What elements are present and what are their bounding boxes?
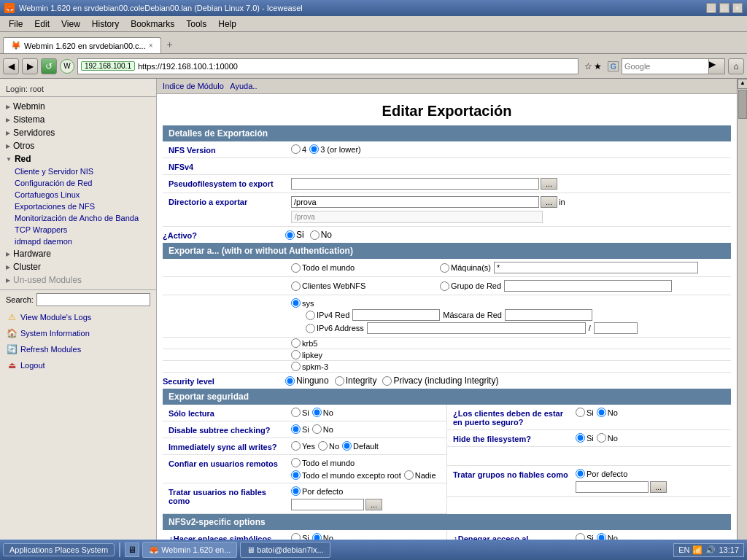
bookmark-star[interactable]: ☆ <box>584 61 592 71</box>
radio-tg-defecto[interactable] <box>576 469 585 478</box>
radio-activo-si-label[interactable]: Si <box>285 230 304 240</box>
search-input[interactable] <box>36 293 150 306</box>
menu-edit[interactable]: Edit <box>28 18 55 31</box>
start-button[interactable]: Applications Places System <box>3 543 115 556</box>
radio-lipkey-label[interactable]: lipkey <box>291 350 322 359</box>
radio-ps-no-label[interactable]: No <box>597 408 618 417</box>
ipv6-input[interactable] <box>367 322 586 334</box>
radio-lipkey[interactable] <box>291 350 301 359</box>
view-modules-logs-action[interactable]: ⚠ View Module's Logs <box>0 309 156 325</box>
radio-spkm3-label[interactable]: spkm-3 <box>291 362 328 371</box>
radio-ps-si-label[interactable]: Si <box>576 408 594 417</box>
radio-conf-excepto[interactable] <box>291 470 301 480</box>
radio-sync-default[interactable] <box>342 441 352 451</box>
maximize-button[interactable]: □ <box>719 3 729 13</box>
sidebar-subitem-nis[interactable]: Cliente y Servidor NIS <box>0 166 156 177</box>
radio-ipv4-label[interactable]: IPv4 Red <box>306 311 349 320</box>
sidebar-item-red[interactable]: ▼ Red <box>0 152 156 166</box>
radio-tu-defecto[interactable] <box>291 486 301 496</box>
taskbar-desktop-icon[interactable]: 🖥 <box>125 542 139 557</box>
radio-sync-default-label[interactable]: Default <box>342 441 379 451</box>
radio-spkm3[interactable] <box>291 362 301 371</box>
radio-sync-no[interactable] <box>318 441 328 451</box>
ip-badge[interactable]: 192.168.100.1 <box>81 61 135 71</box>
radio-privacy[interactable] <box>382 376 392 386</box>
radio-sync-yes-label[interactable]: Yes <box>291 441 315 451</box>
radio-sys-label[interactable]: sys <box>291 298 314 308</box>
sidebar-item-sistema[interactable]: ▶ Sistema <box>0 113 156 126</box>
radio-ps-no[interactable] <box>597 408 606 417</box>
home-button[interactable]: ⌂ <box>728 58 744 74</box>
tab-close-button[interactable]: × <box>149 42 153 50</box>
radio-conf-nadie[interactable] <box>404 470 414 480</box>
sidebar-item-servidores[interactable]: ▶ Servidores <box>0 126 156 139</box>
tratar-grupos-input[interactable] <box>576 481 649 493</box>
scroll-thumb[interactable] <box>738 90 747 119</box>
radio-hf-si[interactable] <box>576 433 585 443</box>
close-button[interactable]: × <box>732 3 743 13</box>
tratar-usuarios-browse[interactable]: ... <box>365 499 382 510</box>
directorio-input[interactable] <box>291 196 539 208</box>
radio-ninguno[interactable] <box>285 376 295 386</box>
sidebar-subitem-monitorizacion[interactable]: Monitorización de Ancho de Banda <box>0 212 156 224</box>
radio-st-no-label[interactable]: No <box>312 424 333 434</box>
radio-tg-defecto-label[interactable]: Por defecto <box>576 469 627 478</box>
radio-ipv6-label[interactable]: IPv6 Address <box>306 324 364 333</box>
sidebar-subitem-cortafuegos[interactable]: Cortafuegos Linux <box>0 189 156 201</box>
maquinas-input[interactable] <box>494 262 698 273</box>
breadcrumb-module[interactable]: Indice de Módulo <box>163 82 224 90</box>
radio-nfs3-label[interactable]: 3 (or lower) <box>309 144 361 154</box>
scroll-track[interactable] <box>738 89 747 541</box>
radio-nfs4[interactable] <box>291 144 301 154</box>
radio-nfs4-label[interactable]: 4 <box>291 144 306 154</box>
directorio-browse-button[interactable]: ... <box>541 196 557 208</box>
radio-sync-no-label[interactable]: No <box>318 441 339 451</box>
radio-clientes-label[interactable]: Clientes WebNFS <box>291 281 437 291</box>
radio-ipv4[interactable] <box>306 311 315 320</box>
radio-maquinas[interactable] <box>440 263 449 273</box>
radio-st-si-label[interactable]: Si <box>291 424 309 434</box>
radio-activo-no[interactable] <box>310 230 320 240</box>
logout-action[interactable]: ⏏ Logout <box>0 357 156 373</box>
radio-st-no[interactable] <box>312 424 322 434</box>
menu-bookmarks[interactable]: Bookmarks <box>125 18 180 31</box>
radio-hf-no[interactable] <box>597 433 606 443</box>
radio-maquinas-label[interactable]: Máquina(s) <box>440 263 491 273</box>
radio-ipv6[interactable] <box>306 324 315 333</box>
bookmark-add[interactable]: ★ <box>594 61 602 71</box>
tratar-grupos-browse[interactable]: ... <box>650 481 667 493</box>
sidebar-item-otros[interactable]: ▶ Otros <box>0 139 156 152</box>
taskbar-btn-terminal[interactable]: 🖥 batoi@debian7lx... <box>240 542 330 558</box>
radio-ps-si[interactable] <box>576 408 585 417</box>
radio-conf-nadie-label[interactable]: Nadie <box>404 470 436 480</box>
radio-todo[interactable] <box>291 263 301 273</box>
radio-sl-si[interactable] <box>291 408 301 417</box>
radio-st-si[interactable] <box>291 424 301 434</box>
sidebar-subitem-exportaciones[interactable]: Exportaciones de NFS <box>0 201 156 212</box>
menu-history[interactable]: History <box>86 18 125 31</box>
minimize-button[interactable]: _ <box>706 3 716 13</box>
breadcrumb-help[interactable]: Ayuda.. <box>230 82 257 90</box>
grupo-input[interactable] <box>504 280 672 292</box>
radio-hf-si-label[interactable]: Si <box>576 433 594 443</box>
vertical-scrollbar[interactable]: ▲ ▼ <box>737 79 747 551</box>
ipv6-prefix-input[interactable] <box>594 322 638 334</box>
radio-conf-todo[interactable] <box>291 458 301 467</box>
menu-tools[interactable]: Tools <box>180 18 212 31</box>
tratar-usuarios-input[interactable] <box>291 499 364 510</box>
ipv4-input[interactable] <box>352 309 440 321</box>
sidebar-item-cluster[interactable]: ▶ Cluster <box>0 260 156 273</box>
sidebar-subitem-config-red[interactable]: Configuración de Red <box>0 177 156 189</box>
webmin-home-button[interactable]: W <box>60 59 74 74</box>
back-button[interactable]: ◀ <box>3 58 19 74</box>
radio-krb5[interactable] <box>291 338 301 348</box>
search-input[interactable] <box>622 58 709 74</box>
sidebar-item-unused[interactable]: ▶ Un-used Modules <box>0 273 156 287</box>
radio-sl-no[interactable] <box>312 408 322 417</box>
sidebar-subitem-tcp[interactable]: TCP Wrappers <box>0 224 156 236</box>
system-information-action[interactable]: 🏠 System Information <box>0 325 156 341</box>
radio-todo-label[interactable]: Todo el mundo <box>291 263 437 273</box>
menu-view[interactable]: View <box>55 18 86 31</box>
radio-hf-no-label[interactable]: No <box>597 433 618 443</box>
radio-sys[interactable] <box>291 298 301 308</box>
